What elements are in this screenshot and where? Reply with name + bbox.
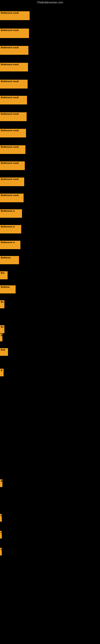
bottleneck-result-item[interactable]: Bottlenec (0, 256, 19, 264)
bottleneck-result-item[interactable]: Bo (0, 325, 4, 333)
bottleneck-result-item[interactable]: B (0, 334, 2, 341)
bottleneck-result-item[interactable]: Bottleneck result (0, 63, 28, 72)
bottleneck-result-item[interactable]: Bottleneck result (0, 129, 26, 138)
bottleneck-result-item[interactable]: Bottleneck result (0, 11, 30, 20)
bottleneck-result-item[interactable]: Bottleneck re (0, 209, 22, 218)
bottleneck-result-item[interactable]: B (0, 548, 2, 556)
site-title: TheBottlenecker.com (0, 0, 100, 5)
bottleneck-result-item[interactable]: Bottleneck re (0, 241, 20, 249)
bottleneck-result-item[interactable]: Bott (0, 348, 8, 356)
bottleneck-result-item[interactable]: Bottleneck result (0, 178, 24, 186)
bottleneck-result-item[interactable]: Bottleneck re (0, 225, 21, 234)
bottleneck-result-item[interactable]: Bot (0, 271, 8, 279)
bottleneck-result-item[interactable]: B (0, 514, 2, 522)
bottleneck-result-item[interactable]: Bo (0, 300, 4, 308)
bottleneck-result-item[interactable]: Bottleneck result (0, 112, 27, 121)
bottleneck-result-item[interactable]: Bottleneck result (0, 46, 28, 55)
bottleneck-result-item[interactable]: B (0, 480, 2, 487)
bottleneck-result-item[interactable]: Bottleneck result (0, 80, 28, 88)
bottleneck-result-item[interactable]: B (0, 369, 3, 376)
bottleneck-result-item[interactable]: Bottleneck result (0, 194, 24, 202)
bottleneck-result-item[interactable]: Bottlene (0, 285, 16, 294)
bottleneck-result-item[interactable]: Bottleneck result (0, 96, 27, 104)
bottleneck-result-item[interactable]: Bottleneck result (0, 28, 29, 38)
bottleneck-result-item[interactable]: B (0, 531, 2, 538)
bottleneck-result-item[interactable]: Bottleneck result (0, 162, 25, 170)
bottleneck-result-item[interactable]: Bottleneck result (0, 145, 25, 154)
